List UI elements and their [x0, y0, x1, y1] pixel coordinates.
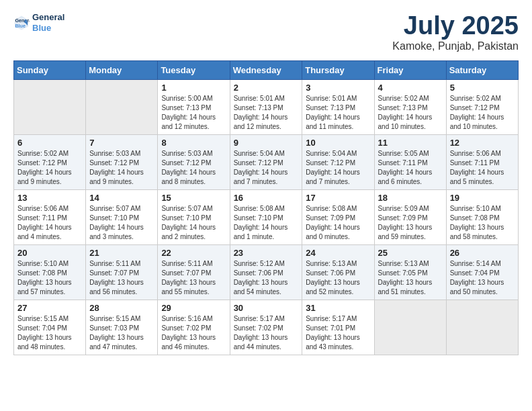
day-info: Sunrise: 5:15 AM Sunset: 7:03 PM Dayligh…: [89, 314, 154, 352]
day-number: 16: [234, 193, 299, 203]
day-number: 30: [234, 303, 299, 313]
calendar-cell: 31Sunrise: 5:17 AM Sunset: 7:01 PM Dayli…: [302, 300, 374, 355]
day-info: Sunrise: 5:03 AM Sunset: 7:12 PM Dayligh…: [89, 149, 154, 187]
weekday-header-friday: Friday: [374, 60, 446, 79]
location-label: Kamoke, Punjab, Pakistan: [392, 40, 519, 52]
day-number: 13: [17, 193, 82, 203]
day-number: 3: [306, 83, 370, 93]
day-info: Sunrise: 5:10 AM Sunset: 7:08 PM Dayligh…: [17, 259, 82, 297]
logo-text-blue: Blue: [32, 23, 64, 34]
calendar-cell: 23Sunrise: 5:12 AM Sunset: 7:06 PM Dayli…: [230, 244, 302, 300]
calendar-cell: 20Sunrise: 5:10 AM Sunset: 7:08 PM Dayli…: [14, 244, 86, 300]
day-info: Sunrise: 5:10 AM Sunset: 7:08 PM Dayligh…: [450, 204, 515, 242]
day-number: 5: [450, 83, 515, 93]
day-info: Sunrise: 5:06 AM Sunset: 7:11 PM Dayligh…: [17, 204, 82, 242]
weekday-header-sunday: Sunday: [14, 60, 86, 79]
week-row-2: 6Sunrise: 5:02 AM Sunset: 7:12 PM Daylig…: [14, 134, 519, 189]
day-info: Sunrise: 5:11 AM Sunset: 7:07 PM Dayligh…: [161, 259, 226, 297]
calendar-cell: 2Sunrise: 5:01 AM Sunset: 7:13 PM Daylig…: [230, 79, 302, 134]
day-info: Sunrise: 5:17 AM Sunset: 7:02 PM Dayligh…: [234, 314, 299, 352]
day-number: 22: [161, 248, 226, 258]
week-row-5: 27Sunrise: 5:15 AM Sunset: 7:04 PM Dayli…: [14, 300, 519, 355]
week-row-4: 20Sunrise: 5:10 AM Sunset: 7:08 PM Dayli…: [14, 244, 519, 300]
day-info: Sunrise: 5:01 AM Sunset: 7:13 PM Dayligh…: [234, 94, 299, 132]
day-info: Sunrise: 5:00 AM Sunset: 7:13 PM Dayligh…: [161, 94, 226, 132]
day-number: 17: [306, 193, 370, 203]
weekday-header-wednesday: Wednesday: [230, 60, 302, 79]
calendar-cell: 19Sunrise: 5:10 AM Sunset: 7:08 PM Dayli…: [446, 189, 518, 244]
day-info: Sunrise: 5:12 AM Sunset: 7:06 PM Dayligh…: [234, 259, 299, 297]
day-number: 19: [450, 193, 515, 203]
calendar-cell: [14, 79, 86, 134]
day-number: 14: [89, 193, 154, 203]
calendar-cell: 24Sunrise: 5:13 AM Sunset: 7:06 PM Dayli…: [302, 244, 374, 300]
day-info: Sunrise: 5:08 AM Sunset: 7:10 PM Dayligh…: [234, 204, 299, 242]
day-info: Sunrise: 5:16 AM Sunset: 7:02 PM Dayligh…: [161, 314, 226, 352]
calendar-cell: 11Sunrise: 5:05 AM Sunset: 7:11 PM Dayli…: [374, 134, 446, 189]
svg-text:Blue: Blue: [15, 23, 26, 29]
month-title: July 2025: [392, 12, 519, 40]
day-info: Sunrise: 5:05 AM Sunset: 7:11 PM Dayligh…: [378, 149, 443, 187]
day-info: Sunrise: 5:15 AM Sunset: 7:04 PM Dayligh…: [17, 314, 82, 352]
day-number: 4: [378, 83, 443, 93]
calendar-cell: [374, 300, 446, 355]
calendar-cell: 27Sunrise: 5:15 AM Sunset: 7:04 PM Dayli…: [14, 300, 86, 355]
day-info: Sunrise: 5:03 AM Sunset: 7:12 PM Dayligh…: [161, 149, 226, 187]
calendar-cell: 18Sunrise: 5:09 AM Sunset: 7:09 PM Dayli…: [374, 189, 446, 244]
title-block: July 2025 Kamoke, Punjab, Pakistan: [392, 12, 519, 52]
day-number: 9: [234, 138, 299, 148]
calendar-cell: [446, 300, 518, 355]
day-number: 18: [378, 193, 443, 203]
calendar-cell: 14Sunrise: 5:07 AM Sunset: 7:10 PM Dayli…: [86, 189, 158, 244]
day-info: Sunrise: 5:02 AM Sunset: 7:13 PM Dayligh…: [378, 94, 443, 132]
day-number: 27: [17, 303, 82, 313]
day-info: Sunrise: 5:08 AM Sunset: 7:09 PM Dayligh…: [306, 204, 370, 242]
day-info: Sunrise: 5:04 AM Sunset: 7:12 PM Dayligh…: [234, 149, 299, 187]
calendar-cell: 3Sunrise: 5:01 AM Sunset: 7:13 PM Daylig…: [302, 79, 374, 134]
calendar-cell: 10Sunrise: 5:04 AM Sunset: 7:12 PM Dayli…: [302, 134, 374, 189]
day-number: 2: [234, 83, 299, 93]
day-number: 20: [17, 248, 82, 258]
calendar-cell: 8Sunrise: 5:03 AM Sunset: 7:12 PM Daylig…: [158, 134, 230, 189]
day-info: Sunrise: 5:02 AM Sunset: 7:12 PM Dayligh…: [17, 149, 82, 187]
day-info: Sunrise: 5:02 AM Sunset: 7:12 PM Dayligh…: [450, 94, 515, 132]
weekday-header-tuesday: Tuesday: [158, 60, 230, 79]
calendar-cell: 6Sunrise: 5:02 AM Sunset: 7:12 PM Daylig…: [14, 134, 86, 189]
logo: General Blue General Blue: [13, 12, 64, 33]
day-number: 29: [161, 303, 226, 313]
day-info: Sunrise: 5:06 AM Sunset: 7:11 PM Dayligh…: [450, 149, 515, 187]
day-info: Sunrise: 5:04 AM Sunset: 7:12 PM Dayligh…: [306, 149, 370, 187]
weekday-header-monday: Monday: [86, 60, 158, 79]
calendar-cell: 30Sunrise: 5:17 AM Sunset: 7:02 PM Dayli…: [230, 300, 302, 355]
calendar-cell: 16Sunrise: 5:08 AM Sunset: 7:10 PM Dayli…: [230, 189, 302, 244]
calendar-cell: 12Sunrise: 5:06 AM Sunset: 7:11 PM Dayli…: [446, 134, 518, 189]
day-number: 15: [161, 193, 226, 203]
day-info: Sunrise: 5:13 AM Sunset: 7:06 PM Dayligh…: [306, 259, 370, 297]
calendar-cell: 25Sunrise: 5:13 AM Sunset: 7:05 PM Dayli…: [374, 244, 446, 300]
calendar-cell: 15Sunrise: 5:07 AM Sunset: 7:10 PM Dayli…: [158, 189, 230, 244]
page-header: General Blue General Blue July 2025 Kamo…: [13, 12, 519, 52]
calendar-cell: 17Sunrise: 5:08 AM Sunset: 7:09 PM Dayli…: [302, 189, 374, 244]
calendar-cell: 13Sunrise: 5:06 AM Sunset: 7:11 PM Dayli…: [14, 189, 86, 244]
calendar-cell: 5Sunrise: 5:02 AM Sunset: 7:12 PM Daylig…: [446, 79, 518, 134]
calendar-cell: 1Sunrise: 5:00 AM Sunset: 7:13 PM Daylig…: [158, 79, 230, 134]
day-number: 26: [450, 248, 515, 258]
day-info: Sunrise: 5:11 AM Sunset: 7:07 PM Dayligh…: [89, 259, 154, 297]
logo-text-general: General: [32, 12, 64, 23]
day-number: 24: [306, 248, 370, 258]
week-row-1: 1Sunrise: 5:00 AM Sunset: 7:13 PM Daylig…: [14, 79, 519, 134]
weekday-header-saturday: Saturday: [446, 60, 518, 79]
day-info: Sunrise: 5:07 AM Sunset: 7:10 PM Dayligh…: [89, 204, 154, 242]
day-info: Sunrise: 5:13 AM Sunset: 7:05 PM Dayligh…: [378, 259, 443, 297]
day-info: Sunrise: 5:09 AM Sunset: 7:09 PM Dayligh…: [378, 204, 443, 242]
logo-icon: General Blue: [13, 15, 30, 31]
calendar-cell: 29Sunrise: 5:16 AM Sunset: 7:02 PM Dayli…: [158, 300, 230, 355]
day-number: 10: [306, 138, 370, 148]
calendar-cell: 28Sunrise: 5:15 AM Sunset: 7:03 PM Dayli…: [86, 300, 158, 355]
day-number: 7: [89, 138, 154, 148]
weekday-header-row: SundayMondayTuesdayWednesdayThursdayFrid…: [14, 60, 519, 79]
day-info: Sunrise: 5:01 AM Sunset: 7:13 PM Dayligh…: [306, 94, 370, 132]
week-row-3: 13Sunrise: 5:06 AM Sunset: 7:11 PM Dayli…: [14, 189, 519, 244]
calendar-cell: 9Sunrise: 5:04 AM Sunset: 7:12 PM Daylig…: [230, 134, 302, 189]
day-number: 11: [378, 138, 443, 148]
